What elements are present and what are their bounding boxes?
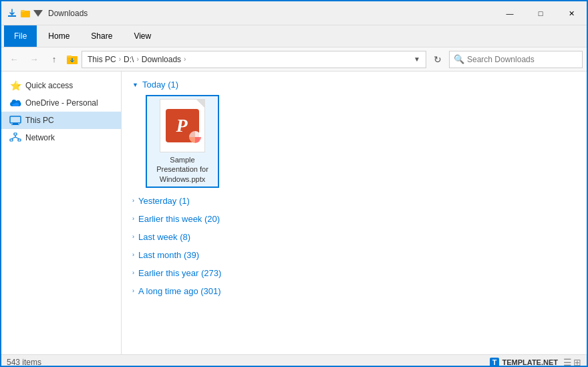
path-sep3: › [184, 55, 186, 63]
up-button[interactable]: ↑ [45, 51, 63, 68]
svg-rect-10 [11, 124, 19, 125]
file-icon-bg: P [160, 99, 205, 152]
group-label-long-ago: A long time ago (301) [138, 286, 221, 296]
group-last-month: › Last month (39) [132, 247, 576, 263]
group-today: ▼ Today (1) P [132, 77, 576, 191]
maximize-button[interactable]: □ [525, 1, 556, 25]
group-label-last-month: Last month (39) [138, 250, 199, 260]
chevron-earlier-year-icon: › [132, 269, 134, 276]
network-svg-icon [9, 132, 21, 143]
tab-view[interactable]: View [124, 25, 161, 47]
sidebar-item-onedrive[interactable]: OneDrive - Personal [1, 94, 121, 112]
main-layout: ⭐ Quick access OneDrive - Personal [1, 72, 587, 354]
group-label-today: Today (1) [142, 80, 178, 90]
sidebar-label-network: Network [25, 133, 55, 142]
svg-rect-3 [21, 10, 25, 12]
sidebar-label-quick-access: Quick access [25, 81, 73, 90]
sidebar-item-this-pc[interactable]: This PC [1, 112, 121, 129]
path-thispc: This PC [88, 55, 116, 64]
title-dropdown-icon [33, 10, 43, 17]
group-header-yesterday[interactable]: › Yesterday (1) [132, 193, 576, 209]
path-drive: D:\ [124, 55, 134, 64]
sidebar-item-quick-access[interactable]: ⭐ Quick access [1, 77, 121, 94]
close-button[interactable]: ✕ [556, 1, 587, 25]
group-label-last-week: Last week (8) [138, 232, 190, 242]
title-download-icon [7, 8, 17, 19]
back-button[interactable]: ← [5, 51, 23, 68]
address-path[interactable]: This PC › D:\ › Downloads › ▼ [82, 51, 426, 68]
path-downloads: Downloads [142, 55, 181, 64]
onedrive-icon [9, 97, 21, 109]
svg-rect-12 [10, 139, 13, 141]
search-box[interactable]: 🔍 [449, 51, 583, 68]
group-header-last-week[interactable]: › Last week (8) [132, 229, 576, 245]
tab-file[interactable]: File [4, 25, 37, 47]
svg-rect-13 [18, 139, 21, 141]
svg-marker-4 [33, 10, 43, 17]
sidebar-item-network[interactable]: Network [1, 129, 121, 146]
tab-share[interactable]: Share [81, 25, 122, 47]
group-earlier-week: › Earlier this week (20) [132, 211, 576, 227]
chevron-long-ago-icon: › [132, 287, 134, 294]
path-sep1: › [119, 55, 121, 63]
svg-marker-0 [10, 9, 14, 15]
svg-rect-11 [14, 133, 17, 135]
group-header-last-month[interactable]: › Last month (39) [132, 247, 576, 263]
address-bar-folder-icon [65, 53, 79, 66]
file-name: Sample Presentation for Windows.pptx [150, 155, 215, 184]
svg-rect-9 [13, 123, 18, 124]
chevron-today-icon: ▼ [132, 82, 138, 88]
group-earlier-year: › Earlier this year (273) [132, 265, 576, 281]
address-bar: ← → ↑ This PC › D:\ › Downloads › ▼ ↻ 🔍 [1, 47, 587, 72]
path-dropdown-icon: ▼ [414, 55, 420, 63]
quick-access-icon: ⭐ [9, 80, 21, 92]
onedrive-cloud-icon [9, 99, 21, 107]
minimize-button[interactable]: — [494, 1, 525, 25]
group-header-long-ago[interactable]: › A long time ago (301) [132, 283, 576, 299]
group-yesterday: › Yesterday (1) [132, 193, 576, 209]
tab-home[interactable]: Home [38, 25, 80, 47]
pptx-icon: P [166, 109, 199, 142]
svg-rect-1 [8, 15, 16, 17]
group-header-today[interactable]: ▼ Today (1) [132, 77, 576, 92]
forward-button[interactable]: → [25, 51, 43, 68]
chevron-earlier-week-icon: › [132, 215, 134, 222]
content-area: ▼ Today (1) P [122, 72, 587, 354]
group-label-earlier-year: Earlier this year (273) [138, 268, 221, 278]
svg-line-15 [11, 137, 15, 139]
group-header-earlier-year[interactable]: › Earlier this year (273) [132, 265, 576, 281]
search-icon: 🔍 [454, 54, 464, 64]
pptx-pie-chart-icon [188, 130, 202, 144]
branding: T TEMPLATE.NET [490, 358, 558, 367]
computer-icon [9, 116, 21, 125]
group-content-today: P Sam [132, 92, 576, 191]
group-long-ago: › A long time ago (301) [132, 283, 576, 299]
search-input[interactable] [467, 55, 578, 64]
path-sep2: › [136, 55, 138, 63]
file-corner [196, 100, 204, 108]
list-view-icon[interactable]: ☰ [563, 357, 572, 368]
this-pc-icon [9, 114, 21, 126]
status-text: 543 items [7, 358, 41, 367]
network-icon [9, 132, 21, 144]
chevron-last-week-icon: › [132, 233, 134, 240]
title-bar: Downloads — □ ✕ [1, 1, 587, 25]
brand-logo: T [490, 358, 500, 367]
group-last-week: › Last week (8) [132, 229, 576, 245]
status-bar: 543 items T TEMPLATE.NET ☰ ⊞ [1, 354, 587, 367]
brand-name: TEMPLATE.NET [502, 358, 558, 366]
refresh-button[interactable]: ↻ [429, 51, 446, 68]
ribbon: File Home Share View [1, 25, 587, 47]
view-controls: ☰ ⊞ [563, 357, 581, 368]
sidebar-label-onedrive: OneDrive - Personal [25, 98, 98, 108]
grid-view-icon[interactable]: ⊞ [573, 357, 581, 368]
file-item-pptx[interactable]: P Sam [146, 95, 219, 188]
svg-line-16 [15, 137, 19, 139]
pptx-p-letter: P [176, 115, 187, 136]
group-header-earlier-week[interactable]: › Earlier this week (20) [132, 211, 576, 227]
title-folder-icon [20, 8, 31, 19]
svg-rect-8 [10, 116, 21, 123]
sidebar-label-this-pc: This PC [25, 116, 54, 125]
address-download-icon [65, 53, 79, 66]
file-icon-wrap: P [156, 99, 209, 152]
